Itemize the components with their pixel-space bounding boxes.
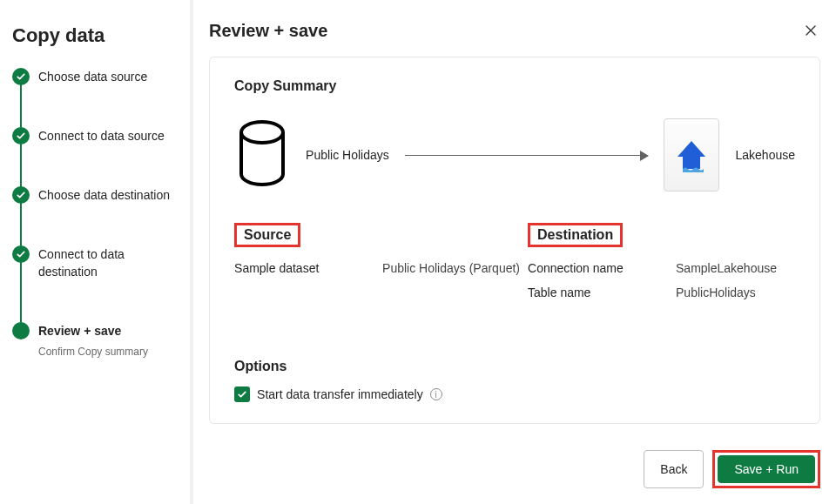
close-button[interactable] (801, 21, 820, 40)
panel-scroll[interactable]: Copy Summary Public Holidays Lakehouse (209, 57, 820, 429)
copy-summary-panel: Copy Summary Public Holidays Lakehouse (209, 57, 820, 424)
destination-row: Table name PublicHolidays (528, 286, 795, 299)
source-heading: Source (234, 223, 300, 247)
arrow-icon (405, 155, 649, 156)
footer: Back Save + Run (209, 429, 820, 488)
wizard-sidebar: Copy data Choose data source Connect to … (0, 0, 193, 504)
checkmark-icon (12, 127, 30, 144)
summary-source-label: Public Holidays (306, 148, 389, 162)
step-label: Choose data destination (38, 188, 170, 202)
checkmark-icon (12, 245, 30, 263)
source-value: Public Holidays (Parquet) (382, 261, 520, 275)
destination-key: Table name (528, 286, 676, 299)
source-column: Source Sample dataset Public Holidays (P… (234, 223, 502, 310)
back-button[interactable]: Back (644, 450, 704, 488)
options-section: Options Start data transfer immediately … (234, 359, 795, 402)
step-label: Choose data source (38, 70, 147, 84)
destination-row: Connection name SampleLakehouse (528, 261, 795, 275)
step-review-save[interactable]: Review + save Confirm Copy summary (12, 322, 181, 360)
wizard-steps: Choose data source Connect to data sourc… (12, 68, 181, 360)
step-label: Connect to data destination (38, 247, 125, 279)
source-key: Sample dataset (234, 261, 382, 275)
main-content: Review + save Copy Summary Public Holida… (193, 0, 836, 504)
info-icon[interactable]: i (430, 388, 442, 400)
save-run-button[interactable]: Save + Run (718, 455, 815, 483)
checkmark-icon (12, 186, 30, 204)
current-step-icon (12, 322, 30, 339)
summary-heading: Copy Summary (234, 78, 795, 94)
source-row: Sample dataset Public Holidays (Parquet) (234, 261, 502, 275)
database-icon (234, 120, 290, 190)
page-title: Review + save (209, 21, 327, 41)
start-transfer-label: Start data transfer immediately (257, 387, 423, 401)
destination-heading: Destination (528, 223, 623, 247)
save-run-highlight: Save + Run (712, 450, 820, 488)
lakehouse-icon (664, 118, 719, 192)
destination-key: Connection name (528, 261, 676, 275)
options-heading: Options (234, 359, 795, 374)
checkmark-icon (12, 68, 30, 85)
destination-value: PublicHolidays (676, 286, 756, 299)
start-transfer-checkbox[interactable] (234, 386, 250, 402)
svg-point-0 (241, 122, 283, 143)
step-connect-data-destination[interactable]: Connect to data destination (12, 245, 181, 322)
wizard-title: Copy data (12, 24, 181, 47)
step-connect-data-source[interactable]: Connect to data source (12, 127, 181, 186)
step-label: Connect to data source (38, 129, 165, 143)
step-sublabel: Confirm Copy summary (38, 343, 181, 360)
summary-destination-label: Lakehouse (735, 148, 795, 162)
step-choose-data-destination[interactable]: Choose data destination (12, 186, 181, 245)
summary-diagram: Public Holidays Lakehouse (234, 118, 795, 192)
destination-value: SampleLakehouse (676, 261, 777, 275)
destination-column: Destination Connection name SampleLakeho… (528, 223, 795, 310)
step-choose-data-source[interactable]: Choose data source (12, 68, 181, 127)
step-label: Review + save Confirm Copy summary (38, 324, 181, 360)
